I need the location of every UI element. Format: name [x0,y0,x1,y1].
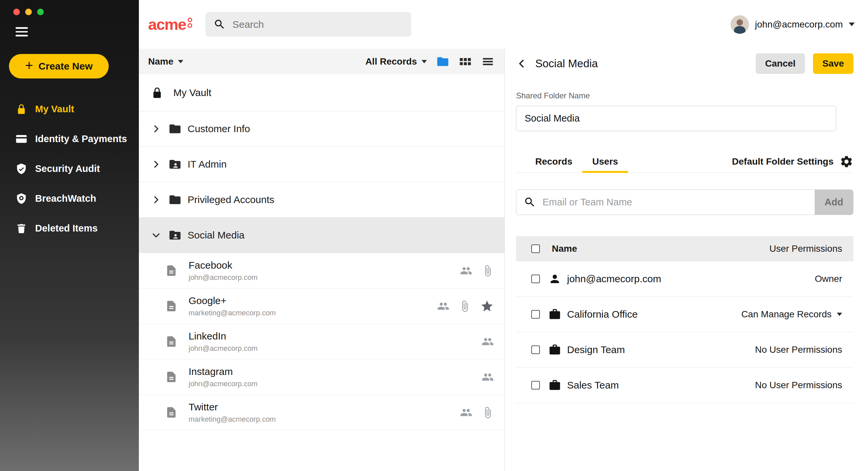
gear-icon [839,155,854,169]
record-icon [165,264,178,277]
chevron-right-icon[interactable] [151,124,161,134]
record-row-google-plus[interactable]: Google+ marketing@acmecorp.com [139,289,504,324]
record-row-twitter[interactable]: Twitter marketing@acmecorp.com [139,395,504,430]
detail-header: Social Media Cancel Save [516,53,854,74]
list-icon [481,55,495,68]
sidebar-item-security-audit[interactable]: Security Audit [0,154,139,183]
add-member-button[interactable]: Add [815,190,853,215]
shared-folder-icon [168,229,182,242]
create-new-button[interactable]: + Create New [9,54,109,78]
chevron-down-icon [422,60,427,63]
sort-by-name[interactable]: Name [148,56,183,67]
record-subtitle: john@acmecorp.com [189,379,257,388]
star-icon [480,299,494,313]
acme-logo[interactable]: acme [148,16,192,32]
sidebar-item-identity-payments[interactable]: Identity & Payments [0,124,139,154]
window-controls [13,9,44,15]
folder-row-privileged-accounts[interactable]: Privileged Accounts [139,182,504,217]
user-email: john@acmecorp.com [755,19,843,30]
user-row-john[interactable]: john@acmecorp.com Owner [516,261,854,297]
list-view-button[interactable] [481,55,495,68]
grid-view-button[interactable] [459,55,472,68]
member-name: john@acmecorp.com [567,273,661,284]
tab-label: Records [535,156,572,167]
record-title: LinkedIn [189,331,257,342]
row-checkbox[interactable] [531,381,540,390]
chevron-down-icon [849,23,855,26]
user-icon [549,273,561,285]
minimize-window-button[interactable] [25,9,32,15]
shared-icon [460,406,472,419]
folder-view-button[interactable] [436,55,450,68]
topbar: acme john@acmecorp.com [139,0,868,49]
sidebar-item-label: BreachWatch [35,193,96,204]
list-tools: All Records [365,55,495,68]
folder-row-it-admin[interactable]: IT Admin [139,147,504,182]
row-checkbox[interactable] [531,275,540,283]
create-new-label: Create New [38,61,92,72]
tab-records[interactable]: Records [525,150,582,173]
team-row-california-office[interactable]: California Office Can Manage Records [516,297,854,332]
shared-icon [460,265,472,277]
record-row-linkedin[interactable]: LinkedIn john@acmecorp.com [139,324,504,359]
global-search-input[interactable] [232,19,403,30]
global-search-bar [206,12,411,37]
member-search-input[interactable] [536,197,815,208]
chevron-down-icon [178,60,183,63]
record-title: Google+ [189,295,276,306]
cancel-button[interactable]: Cancel [756,53,805,74]
users-table-header: Name User Permissions [516,236,854,261]
shared-icon [437,300,450,312]
record-subtitle: marketing@acmecorp.com [189,309,276,317]
record-icon [165,371,178,383]
chevron-right-icon[interactable] [151,195,161,205]
member-name: California Office [567,309,638,320]
chevron-right-icon[interactable] [151,159,161,169]
member-permission-dropdown[interactable]: Can Manage Records [741,309,842,319]
team-row-design-team[interactable]: Design Team No User Permissions [516,332,854,368]
record-row-instagram[interactable]: Instagram john@acmecorp.com [139,359,504,395]
default-folder-settings-button[interactable]: Default Folder Settings [732,155,854,169]
account-menu[interactable]: john@acmecorp.com [731,15,855,34]
shared-folder-name-input[interactable] [516,106,836,131]
my-vault-row[interactable]: My Vault [139,74,504,111]
vault-label: My Vault [173,87,211,98]
row-checkbox[interactable] [531,310,540,318]
shared-folder-icon [168,158,182,171]
users-table: Name User Permissions john@acmecorp.com … [516,236,854,403]
permission-label: Can Manage Records [741,309,832,319]
folder-row-customer-info[interactable]: Customer Info [139,111,504,147]
record-subtitle: john@acmecorp.com [189,273,257,282]
sort-label: Name [148,56,173,67]
folder-name: Customer Info [188,123,250,134]
logo-text: acme [148,16,186,32]
folder-name: Privileged Accounts [188,194,274,205]
record-title: Twitter [189,401,276,413]
briefcase-icon [549,343,561,356]
row-checkbox[interactable] [531,345,540,354]
maximize-window-button[interactable] [37,9,44,15]
filter-label: All Records [365,56,417,67]
close-window-button[interactable] [13,9,20,15]
sidebar-item-my-vault[interactable]: My Vault [0,94,139,124]
back-icon[interactable] [516,58,527,69]
sidebar-item-deleted-items[interactable]: Deleted Items [0,213,139,243]
save-button[interactable]: Save [813,53,854,74]
trash-icon [16,223,27,234]
record-type-filter[interactable]: All Records [365,56,427,67]
name-column-header: Name [552,243,577,254]
sidebar-item-breachwatch[interactable]: BreachWatch [0,183,139,213]
member-search-bar: Add [516,190,854,215]
chevron-down-icon[interactable] [151,230,161,240]
shared-icon [482,336,494,348]
member-permission: Owner [815,274,842,284]
hamburger-menu-icon[interactable] [16,27,28,36]
select-all-checkbox[interactable] [531,244,540,253]
record-row-facebook[interactable]: Facebook john@acmecorp.com [139,253,504,289]
folder-row-social-media[interactable]: Social Media [139,217,504,253]
team-row-sales-team[interactable]: Sales Team No User Permissions [516,368,854,403]
attachment-icon [482,406,494,419]
member-name: Sales Team [567,379,619,391]
tab-users[interactable]: Users [582,150,628,173]
record-icon [165,300,178,312]
